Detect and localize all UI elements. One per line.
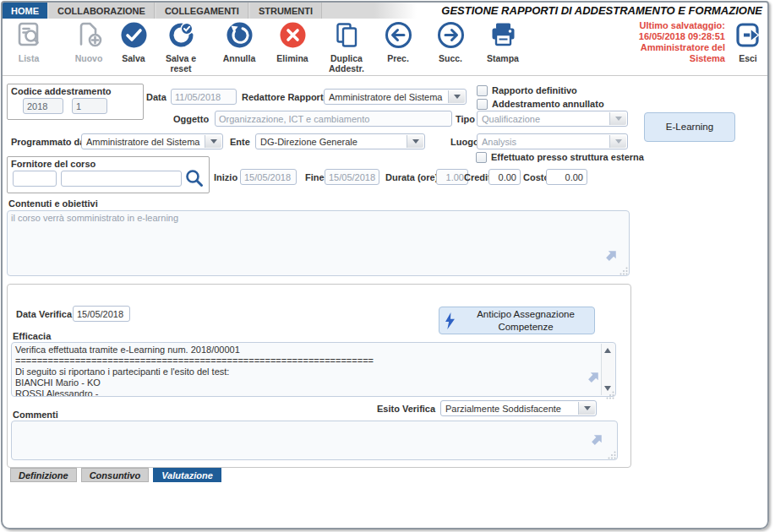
delete-icon: [278, 20, 308, 53]
exit-icon: [734, 20, 763, 53]
previous-icon: [384, 20, 413, 53]
fornitore-code-field[interactable]: [13, 171, 57, 187]
tab-collegamenti[interactable]: COLLEGAMENTI: [156, 3, 248, 19]
esito-verifica-select[interactable]: Parzialmente Soddisfacente: [440, 400, 597, 416]
save-reset-button[interactable]: Salva e reset: [154, 20, 208, 73]
duplicate-button[interactable]: Duplica Addestr.: [319, 20, 374, 73]
programmato-da-select[interactable]: Amministratore del Sistema: [81, 133, 223, 149]
undo-icon: [225, 20, 254, 53]
data-verifica-label: Data Verifica: [16, 309, 72, 319]
fine-field: 15/05/2018: [325, 169, 379, 185]
resize-grip[interactable]: [606, 388, 614, 396]
oggetto-label: Oggetto: [173, 114, 209, 124]
print-button[interactable]: Stampa: [478, 20, 528, 63]
delete-button[interactable]: Elimina: [267, 20, 318, 63]
esito-verifica-label: Esito Verifica: [377, 404, 435, 414]
addestramento-annullato-checkbox[interactable]: [477, 99, 488, 110]
fine-label: Fine: [305, 172, 325, 182]
app-window: HOME COLLABORAZIONE COLLEGAMENTI STRUMEN…: [0, 0, 775, 532]
resize-grip[interactable]: [619, 267, 628, 275]
tipo-label: Tipo: [456, 114, 475, 124]
page-title: GESTIONE RAPPORTI DI ADDESTRAMENTO E FOR…: [441, 4, 767, 17]
efficacia-label: Efficacia: [13, 331, 51, 341]
next-button[interactable]: Succ.: [427, 20, 474, 63]
redattore-rapporto-select[interactable]: Amministratore del Sistema: [324, 89, 467, 105]
resize-grip[interactable]: [608, 451, 616, 459]
last-save-status: Ultimo salvataggio: 16/05/2018 09:28:51 …: [590, 20, 725, 64]
data-label: Data: [146, 92, 166, 102]
chevron-down-icon[interactable]: [205, 135, 221, 148]
toolbar-button-label: Stampa: [487, 53, 519, 63]
expand-arrow-icon[interactable]: [587, 370, 601, 384]
elearning-button[interactable]: E-Learning: [644, 112, 735, 142]
contenuti-textarea[interactable]: il corso verrà somministrato in e-learni…: [7, 210, 630, 276]
previous-button[interactable]: Prec.: [374, 20, 422, 63]
costo-field[interactable]: 0.00: [546, 169, 587, 185]
tab-definizione[interactable]: Definizione: [10, 468, 77, 482]
expand-arrow-icon[interactable]: [590, 432, 604, 447]
ente-select[interactable]: DG-Direzione Generale: [255, 133, 425, 149]
toolbar-button-label: Prec.: [387, 53, 409, 63]
inizio-label: Inizio: [214, 172, 237, 182]
rapporto-definitivo-label: Rapporto definitivo: [492, 85, 577, 95]
print-icon: [488, 20, 518, 53]
luogo-select: Analysis: [477, 133, 628, 149]
anticipo-assegnazione-button[interactable]: Anticipo Assegnazione Competenze: [439, 307, 595, 334]
cancel-button[interactable]: Annulla: [213, 20, 265, 63]
toolbar-button-label: Annulla: [223, 53, 256, 63]
toolbar-button-label: Nuovo: [75, 53, 103, 63]
search-icon[interactable]: [184, 168, 205, 188]
toolbar-button-label: Succ.: [439, 53, 462, 63]
rapporto-definitivo-checkbox[interactable]: [477, 85, 488, 96]
tipo-value: Qualificazione: [482, 111, 609, 126]
tab-valutazione[interactable]: Valutazione: [153, 468, 221, 482]
tab-home[interactable]: HOME: [3, 3, 47, 19]
data-verifica-field[interactable]: 15/05/2018: [73, 306, 130, 322]
programmato-da-value: Amministratore del Sistema: [86, 134, 204, 149]
chevron-down-icon[interactable]: [578, 402, 595, 415]
scroll-up-icon[interactable]: [604, 348, 611, 353]
duplicate-icon: [332, 20, 362, 53]
expand-arrow-icon[interactable]: [604, 248, 619, 263]
codice-addestramento-label: Codice addestramento: [11, 86, 112, 96]
codice-addestramento-group: Codice addestramento 2018 1: [7, 84, 144, 120]
codice-number-field: 1: [72, 98, 107, 114]
ente-value: DG-Direzione Generale: [260, 134, 406, 149]
redattore-rapporto-label: Redattore Rapporto: [242, 92, 329, 102]
chevron-down-icon: [609, 135, 626, 148]
durata-label: Durata (ore): [385, 172, 438, 182]
esito-verifica-value: Parzialmente Soddisfacente: [445, 401, 577, 415]
tab-collaborazione[interactable]: COLLABORAZIONE: [49, 3, 155, 19]
chevron-down-icon: [609, 112, 626, 125]
toolbar-button-label: Lista: [19, 53, 40, 63]
exit-button[interactable]: Esci: [729, 20, 767, 63]
luogo-label: Luogo: [450, 137, 479, 147]
toolbar-button-label: Elimina: [276, 53, 308, 63]
efficacia-text: Verifica effettuata tramite e-Learning n…: [15, 345, 583, 394]
toolbar: Lista Nuovo Salva Salva e reset Annulla …: [3, 19, 767, 76]
commenti-textarea[interactable]: [11, 421, 618, 460]
save-reset-icon: [166, 20, 196, 53]
tab-strumenti[interactable]: STRUMENTI: [250, 3, 322, 19]
effettuato-esterna-checkbox[interactable]: [476, 152, 487, 163]
save-button[interactable]: Salva: [110, 20, 157, 63]
next-icon: [436, 20, 466, 53]
chevron-down-icon[interactable]: [448, 90, 465, 103]
crediti-field[interactable]: 0.00: [488, 169, 521, 185]
luogo-value: Analysis: [482, 134, 609, 149]
new-button: Nuovo: [63, 20, 114, 63]
effettuato-esterna-label: Effettuato presso struttura esterna: [491, 152, 644, 162]
codice-year-field: 2018: [23, 98, 63, 114]
toolbar-button-label: Salva: [122, 53, 145, 63]
programmato-da-label: Programmato da: [11, 137, 85, 147]
fornitore-name-field[interactable]: [61, 171, 182, 187]
oggetto-field: Organizzazione, ICT e cambiamento: [215, 111, 452, 127]
commenti-text: [15, 423, 600, 458]
chevron-down-icon[interactable]: [407, 135, 423, 148]
addestramento-annullato-label: Addestramento annullato: [492, 99, 604, 109]
data-field: 11/05/2018: [171, 89, 237, 105]
ente-label: Ente: [230, 137, 250, 147]
efficacia-textarea[interactable]: Verifica effettuata tramite e-Learning n…: [11, 342, 616, 397]
tab-consuntivo[interactable]: Consuntivo: [81, 468, 150, 482]
valutazione-panel: Data Verifica 15/05/2018 Anticipo Assegn…: [7, 284, 631, 468]
